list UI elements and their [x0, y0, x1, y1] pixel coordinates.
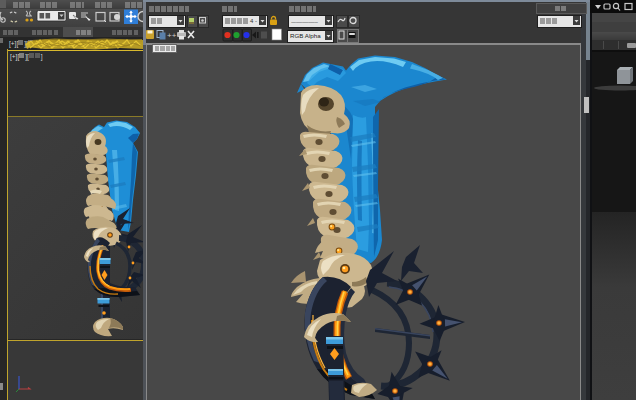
svg-text:++: ++	[167, 31, 177, 40]
